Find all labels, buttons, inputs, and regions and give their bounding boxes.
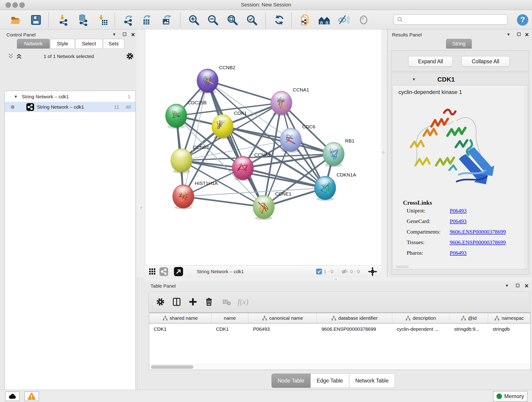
network-share-icon[interactable] [159, 267, 168, 276]
results-hscroll-thumb[interactable] [396, 266, 409, 268]
save-session-icon[interactable] [30, 14, 42, 26]
column-header--id[interactable]: @id [450, 313, 488, 323]
table-hscroll[interactable] [149, 364, 530, 370]
tab-select[interactable]: Select [75, 39, 102, 49]
hide-unhide-icon[interactable] [337, 14, 350, 26]
show-columns-icon[interactable] [172, 297, 182, 307]
help-icon[interactable]: ? [516, 14, 529, 26]
table-panel-close-icon[interactable]: × [525, 284, 529, 288]
search-box[interactable] [394, 14, 507, 25]
tab-node-table[interactable]: Node Table [272, 374, 310, 388]
column-header-namespac[interactable]: namespac [488, 313, 530, 323]
table-cell[interactable]: stringdb [488, 324, 530, 334]
network-edge[interactable] [208, 81, 264, 207]
network-node-RB1[interactable]: RB1 [323, 138, 355, 167]
string-import-icon[interactable] [299, 14, 311, 26]
network-row-selected[interactable]: String Network – cdk1 11 48 [5, 102, 135, 112]
open-session-icon[interactable] [10, 14, 22, 26]
collapse-all-networks-icon[interactable] [8, 53, 14, 60]
export-network-icon[interactable] [122, 14, 135, 26]
warnings-button[interactable] [24, 391, 39, 401]
add-column-icon[interactable] [188, 297, 198, 307]
results-panel-float-icon[interactable] [517, 32, 520, 36]
zoom-selected-icon[interactable] [246, 14, 258, 26]
network-node-CDKN1A[interactable]: CDKN1A [314, 172, 356, 201]
results-panel-menu-icon[interactable]: ▼ [507, 32, 510, 37]
network-node-CDK1[interactable]: CDK1 [212, 110, 247, 139]
network-edge[interactable] [183, 81, 208, 196]
network-options-gear-icon[interactable] [126, 52, 134, 61]
expand-all-networks-icon[interactable] [16, 53, 22, 60]
tab-edge-table[interactable]: Edge Table [310, 374, 349, 388]
network-collection-row[interactable]: ▼ String Network – cdk1 1 [5, 91, 135, 102]
control-panel-close-icon[interactable]: × [131, 33, 135, 36]
column-header-shared-name[interactable]: shared name [149, 313, 211, 323]
control-panel-title: Control Panel [6, 32, 36, 38]
table-panel-float-icon[interactable] [516, 284, 519, 287]
expand-all-button[interactable]: Expand All [408, 56, 453, 67]
tab-style[interactable]: Style [51, 39, 75, 49]
crosslink-link[interactable]: P06493 [450, 250, 467, 256]
network-edge[interactable] [183, 196, 264, 207]
toolbar-separator [180, 12, 181, 27]
birds-eye-view-icon[interactable] [174, 267, 183, 276]
results-vscroll[interactable] [525, 85, 528, 269]
cloud-button[interactable] [5, 391, 20, 401]
left-split-handle[interactable] [139, 205, 143, 210]
tab-network-table[interactable]: Network Table [349, 374, 395, 388]
crosslink-link[interactable]: 9606.ENSP00000378699 [450, 239, 506, 245]
import-table-icon[interactable] [96, 14, 109, 26]
crosslink-link[interactable]: 9606.ENSP00000378699 [450, 229, 506, 235]
column-header-database-identifier[interactable]: database identifier [317, 313, 392, 323]
fit-selected-crosshair-icon[interactable] [367, 267, 378, 277]
right-split-handle[interactable] [381, 150, 385, 154]
column-header-canonical-name[interactable]: canonical name [248, 313, 317, 323]
search-input[interactable] [403, 17, 507, 22]
tree-expand-icon[interactable]: ▼ [14, 95, 18, 99]
table-row[interactable]: CDK1CDK1P064939606.ENSP00000378699cyclin… [149, 324, 530, 334]
control-panel-float-icon[interactable] [123, 32, 126, 36]
network-node-CCNB2[interactable]: CCNB2 [197, 65, 235, 94]
column-header-description[interactable]: description [392, 313, 450, 323]
tab-sets[interactable]: Sets [103, 39, 124, 49]
refresh-icon[interactable] [273, 14, 285, 26]
show-all-icon[interactable] [357, 14, 370, 26]
home-networks-icon[interactable] [318, 14, 330, 26]
table-panel-menu-icon[interactable]: ▼ [505, 283, 509, 288]
gene-header[interactable]: ▼ CDK1 [392, 74, 528, 85]
table-gear-icon[interactable] [156, 297, 165, 307]
network-edge[interactable] [208, 81, 281, 103]
horizontal-split-handle[interactable] [333, 277, 339, 281]
crosslink-link[interactable]: P06493 [450, 208, 467, 214]
table-cell[interactable]: P06493 [248, 324, 317, 334]
network-canvas[interactable]: CCNB2CCNA1CDC25BCDK1CDC6RB1CCNB1CCNA2CDK… [145, 29, 381, 265]
grid-view-icon[interactable] [149, 268, 156, 275]
left-split-divider[interactable] [137, 29, 145, 277]
tab-string[interactable]: String [446, 39, 472, 49]
selected-checkbox-icon[interactable] [316, 269, 322, 274]
zoom-fit-icon[interactable] [226, 14, 239, 26]
table-hscroll-thumb[interactable] [151, 365, 193, 369]
table-cell[interactable]: cyclin-dependent ... [392, 324, 450, 334]
export-table-icon[interactable] [141, 14, 153, 26]
control-panel-menu-icon[interactable]: ▼ [112, 32, 116, 37]
zoom-in-icon[interactable] [188, 14, 200, 26]
results-panel-close-icon[interactable]: × [525, 33, 529, 36]
export-image-icon[interactable] [161, 14, 173, 26]
zoom-out-icon[interactable] [207, 14, 219, 26]
gene-collapse-icon[interactable]: ▼ [412, 77, 416, 82]
crosslink-link[interactable]: P06493 [450, 218, 467, 224]
table-cell[interactable]: CDK1 [211, 324, 249, 334]
table-cell[interactable]: 9606.ENSP00000378699 [317, 324, 392, 334]
table-cell[interactable]: CDK1 [149, 324, 211, 334]
table-cell[interactable]: stringdb:9... [450, 324, 488, 334]
tab-network[interactable]: Network [17, 39, 50, 49]
delete-column-trash-icon[interactable] [204, 297, 214, 307]
hidden-eye-icon[interactable] [341, 268, 348, 275]
memory-button[interactable]: Memory [493, 391, 527, 402]
column-header-name[interactable]: name [211, 313, 249, 323]
import-network-from-database-icon[interactable] [77, 14, 89, 26]
collapse-all-button[interactable]: Collapse All [462, 56, 510, 67]
import-network-icon[interactable] [57, 14, 70, 26]
table-tabs: Node Table Edge Table Network Table [272, 374, 395, 388]
